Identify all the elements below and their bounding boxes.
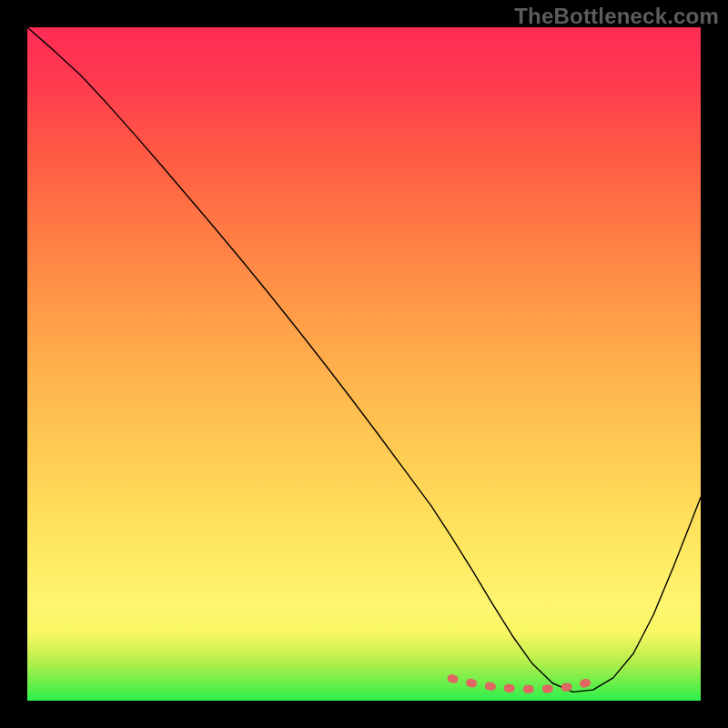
bottleneck-curve — [27, 27, 701, 692]
watermark-text: TheBottleneck.com — [514, 4, 719, 29]
chart-frame: TheBottleneck.com — [0, 0, 728, 728]
optimal-region-marker — [451, 679, 592, 690]
plot-area — [27, 27, 701, 701]
chart-svg — [27, 27, 701, 701]
